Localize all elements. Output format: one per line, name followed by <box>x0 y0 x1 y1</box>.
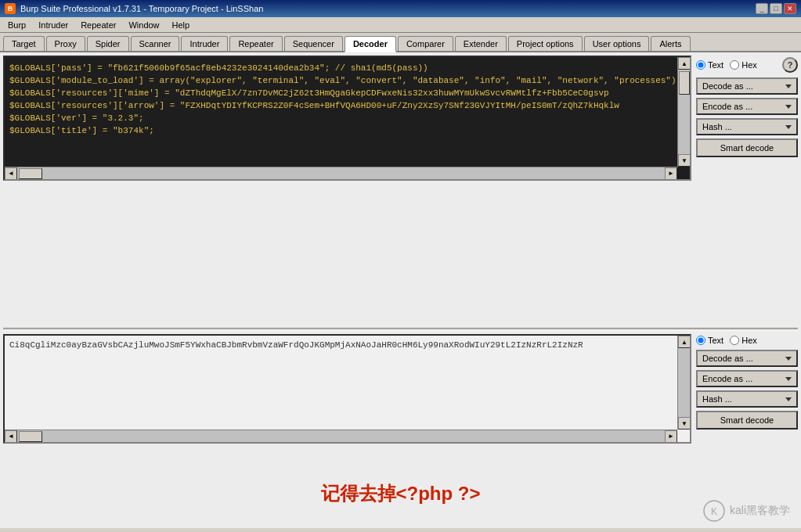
lower-vscroll-track <box>678 348 690 417</box>
upper-panel: $GLOBALS['pass'] = "fb621f5060b9f65acf8e… <box>3 56 798 325</box>
lower-vscroll-up[interactable]: ▲ <box>678 336 691 348</box>
lower-text-radio[interactable] <box>696 336 705 345</box>
lower-radio-group: Text Hex <box>696 336 798 345</box>
lower-decode-label: Decode as ... <box>702 354 753 363</box>
lower-hex-radio[interactable] <box>730 336 739 345</box>
upper-editor[interactable]: $GLOBALS['pass'] = "fb621f5060b9f65acf8e… <box>3 56 691 181</box>
lower-smart-decode-button[interactable]: Smart decode <box>696 411 798 430</box>
upper-decode-arrow-icon <box>785 84 792 88</box>
lower-hscroll-left[interactable]: ◄ <box>5 430 17 443</box>
menu-repeater[interactable]: Repeater <box>76 20 121 31</box>
maximize-button[interactable]: □ <box>770 3 782 14</box>
lower-hex-radio-label[interactable]: Hex <box>730 336 757 345</box>
upper-decode-label: Decode as ... <box>702 81 753 91</box>
upper-hash-label: Hash ... <box>702 122 732 131</box>
upper-hash-dropdown[interactable]: Hash ... <box>696 118 798 135</box>
upper-vscroll-thumb[interactable] <box>679 71 690 95</box>
tab-scanner[interactable]: Scanner <box>131 36 180 51</box>
kali-logo-icon: K <box>703 500 725 522</box>
upper-hash-arrow-icon <box>785 125 792 129</box>
code-line-1: $GLOBALS['pass'] = "fb621f5060b9f65acf8e… <box>9 62 673 74</box>
logo-text: kali黑客教学 <box>730 504 790 518</box>
minimize-button[interactable]: _ <box>756 3 768 14</box>
tab-target[interactable]: Target <box>3 36 45 51</box>
tab-project-options[interactable]: Project options <box>508 36 583 51</box>
lower-vscroll[interactable]: ▲ ▼ <box>677 336 690 430</box>
code-line-5: $GLOBALS['ver'] = "3.2.3"; <box>9 112 673 124</box>
lower-vscroll-down[interactable]: ▼ <box>678 417 691 430</box>
menu-help[interactable]: Help <box>168 20 195 31</box>
tab-decoder[interactable]: Decoder <box>345 36 396 52</box>
lower-encode-arrow-icon <box>785 377 792 381</box>
tab-comparer[interactable]: Comparer <box>398 36 453 51</box>
upper-hscroll[interactable]: ◄ ► <box>5 167 677 179</box>
tab-repeater[interactable]: Repeater <box>229 36 282 51</box>
tab-proxy[interactable]: Proxy <box>46 36 85 51</box>
upper-decode-dropdown[interactable]: Decode as ... <box>696 77 798 95</box>
upper-hscroll-track <box>17 167 665 179</box>
lower-hash-label: Hash ... <box>702 394 732 404</box>
lower-hscroll-right[interactable]: ► <box>665 430 677 443</box>
lower-code-content: Ci8qCgliMzc0ayBzaGVsbCAzjluMwoJSmF5YWxha… <box>5 336 677 354</box>
upper-hex-radio-label[interactable]: Hex <box>730 60 757 70</box>
upper-text-radio[interactable] <box>696 60 705 70</box>
upper-hscroll-right[interactable]: ► <box>665 167 677 180</box>
main-content: $GLOBALS['pass'] = "fb621f5060b9f65acf8e… <box>0 52 801 528</box>
code-line-2: $GLOBALS['module_to_load'] = array("expl… <box>9 74 673 87</box>
window-title: Burp Suite Professional v1.7.31 - Tempor… <box>20 4 263 13</box>
lower-hscroll[interactable]: ◄ ► <box>5 430 677 442</box>
upper-vscroll[interactable]: ▲ ▼ <box>677 57 690 167</box>
lower-text-label: Text <box>708 336 723 345</box>
upper-encode-dropdown[interactable]: Encode as ... <box>696 98 798 115</box>
app-icon: B <box>5 3 16 14</box>
lower-editor[interactable]: Ci8qCgliMzc0ayBzaGVsbCAzjluMwoJSmF5YWxha… <box>3 334 691 444</box>
upper-vscroll-track <box>678 70 690 154</box>
menu-window[interactable]: Window <box>124 20 164 31</box>
upper-hscroll-left[interactable]: ◄ <box>5 167 17 180</box>
lower-encode-dropdown[interactable]: Encode as ... <box>696 370 798 387</box>
upper-smart-decode-button[interactable]: Smart decode <box>696 138 798 157</box>
svg-text:K: K <box>711 506 717 517</box>
lower-hscroll-track <box>17 430 665 442</box>
upper-radio-group: Text Hex ? <box>696 57 798 73</box>
tab-intruder[interactable]: Intruder <box>181 36 228 51</box>
lower-code-line: Ci8qCgliMzc0ayBzaGVsbCAzjluMwoJSmF5YWxha… <box>9 340 673 350</box>
tab-extender[interactable]: Extender <box>455 36 507 51</box>
tab-alerts[interactable]: Alerts <box>651 36 690 51</box>
lower-decode-arrow-icon <box>785 357 792 361</box>
title-buttons: _ □ ✕ <box>756 3 796 14</box>
upper-hex-label: Hex <box>741 60 757 70</box>
upper-vscroll-down[interactable]: ▼ <box>678 154 691 167</box>
title-bar: B Burp Suite Professional v1.7.31 - Temp… <box>0 0 801 17</box>
tab-spider[interactable]: Spider <box>87 36 129 51</box>
lower-hscroll-thumb[interactable] <box>19 431 42 442</box>
upper-encode-arrow-icon <box>785 105 792 109</box>
upper-hex-radio[interactable] <box>730 60 739 70</box>
upper-help-button[interactable]: ? <box>782 57 798 73</box>
upper-editor-wrapper: $GLOBALS['pass'] = "fb621f5060b9f65acf8e… <box>3 56 691 325</box>
lower-encode-label: Encode as ... <box>702 374 752 383</box>
watermark-logo: K kali黑客教学 <box>703 500 790 522</box>
close-button[interactable]: ✕ <box>784 3 796 14</box>
watermark-area: 记得去掉<?php ?> K kali黑客教学 <box>3 462 798 525</box>
upper-encode-label: Encode as ... <box>702 102 752 111</box>
upper-text-radio-label[interactable]: Text <box>696 60 723 70</box>
lower-hash-arrow-icon <box>785 397 792 401</box>
lower-hash-dropdown[interactable]: Hash ... <box>696 390 798 408</box>
lower-editor-wrapper: Ci8qCgliMzc0ayBzaGVsbCAzjluMwoJSmF5YWxha… <box>3 334 691 459</box>
menu-burp[interactable]: Burp <box>3 20 31 31</box>
watermark-text: 记得去掉<?php ?> <box>321 481 481 506</box>
menu-intruder[interactable]: Intruder <box>34 20 73 31</box>
upper-hscroll-thumb[interactable] <box>19 168 42 179</box>
code-line-6: $GLOBALS['title'] = "b374k"; <box>9 124 673 137</box>
upper-vscroll-up[interactable]: ▲ <box>678 57 691 70</box>
tab-user-options[interactable]: User options <box>584 36 650 51</box>
lower-text-radio-label[interactable]: Text <box>696 336 723 345</box>
lower-decode-dropdown[interactable]: Decode as ... <box>696 350 798 367</box>
menu-bar: Burp Intruder Repeater Window Help <box>0 17 801 33</box>
upper-text-label: Text <box>708 60 723 70</box>
tab-sequencer[interactable]: Sequencer <box>284 36 343 51</box>
tab-bar: Target Proxy Spider Scanner Intruder Rep… <box>0 33 801 52</box>
upper-code-content: $GLOBALS['pass'] = "fb621f5060b9f65acf8e… <box>5 57 677 167</box>
code-line-3: $GLOBALS['resources']['mime'] = "dZThdqM… <box>9 87 673 99</box>
